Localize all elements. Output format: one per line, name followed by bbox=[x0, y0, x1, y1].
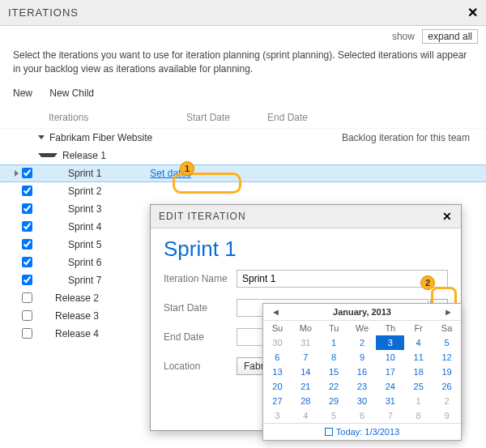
iteration-checkbox[interactable] bbox=[22, 275, 32, 285]
calendar-day[interactable]: 6 bbox=[263, 350, 292, 365]
next-month-icon[interactable]: ► bbox=[441, 307, 456, 317]
dialog-heading: Sprint 1 bbox=[164, 237, 448, 262]
iteration-checkbox[interactable] bbox=[22, 328, 32, 339]
iteration-checkbox[interactable] bbox=[22, 310, 32, 321]
calendar-day[interactable]: 17 bbox=[376, 365, 404, 379]
iteration-checkbox[interactable] bbox=[22, 257, 32, 267]
calendar-day[interactable]: 6 bbox=[348, 408, 377, 423]
panel-actions: New New Child bbox=[0, 86, 486, 107]
calendar-day[interactable]: 19 bbox=[433, 365, 461, 379]
calendar-day[interactable]: 27 bbox=[263, 394, 292, 408]
row-caret-icon bbox=[15, 170, 19, 177]
tree-label: Sprint 3 bbox=[37, 203, 101, 215]
iteration-checkbox[interactable] bbox=[22, 186, 32, 196]
calendar-day[interactable]: 9 bbox=[433, 408, 461, 423]
field-iteration-name: Iteration Name bbox=[164, 270, 448, 288]
iteration-checkbox[interactable] bbox=[22, 168, 32, 178]
prev-month-icon[interactable]: ◄ bbox=[268, 307, 284, 317]
tree-label: Sprint 6 bbox=[37, 257, 101, 268]
calendar-day[interactable]: 3 bbox=[263, 408, 292, 423]
backlog-note: Backlog iteration for this team bbox=[342, 132, 470, 143]
tree-row-root[interactable]: Fabrikam Fiber Website Backlog iteration… bbox=[0, 129, 486, 147]
expand-icon[interactable] bbox=[38, 135, 45, 139]
weekday-header: Fr bbox=[404, 321, 433, 335]
col-start: Start Date bbox=[186, 112, 267, 123]
calendar-day[interactable]: 21 bbox=[292, 379, 320, 394]
calendar-day[interactable]: 25 bbox=[404, 379, 433, 394]
calendar-day[interactable]: 11 bbox=[404, 350, 433, 365]
grid-header: Iterations Start Date End Date bbox=[0, 107, 486, 129]
calendar-day[interactable]: 2 bbox=[348, 335, 377, 350]
tree-row-sprint[interactable]: Sprint 1Set dates bbox=[0, 164, 486, 182]
calendar-day[interactable]: 1 bbox=[404, 394, 433, 408]
calendar-day[interactable]: 30 bbox=[263, 335, 292, 350]
show-link[interactable]: show bbox=[392, 31, 415, 42]
calendar-day[interactable]: 4 bbox=[404, 335, 433, 350]
close-icon[interactable]: ✕ bbox=[467, 5, 478, 20]
calendar-day[interactable]: 12 bbox=[433, 350, 461, 365]
weekday-header: Sa bbox=[433, 321, 461, 335]
annotation-badge-1: 1 bbox=[180, 161, 194, 176]
close-icon[interactable]: ✕ bbox=[442, 210, 453, 223]
iteration-checkbox[interactable] bbox=[22, 221, 32, 232]
iteration-checkbox[interactable] bbox=[22, 292, 32, 303]
calendar-day[interactable]: 30 bbox=[348, 394, 377, 408]
calendar-day[interactable]: 2 bbox=[433, 394, 461, 408]
new-button[interactable]: New bbox=[13, 87, 32, 99]
col-end: End Date bbox=[267, 112, 348, 123]
picker-today[interactable]: Today: 1/3/2013 bbox=[263, 423, 461, 440]
picker-header: ◄ January, 2013 ► bbox=[263, 304, 461, 321]
calendar-day[interactable]: 14 bbox=[292, 365, 320, 379]
panel-title: ITERATIONS bbox=[8, 6, 79, 19]
calendar-day[interactable]: 16 bbox=[348, 365, 377, 379]
calendar-day[interactable]: 31 bbox=[292, 335, 320, 350]
calendar-day[interactable]: 8 bbox=[320, 350, 348, 365]
iteration-checkbox[interactable] bbox=[22, 203, 32, 214]
weekday-header: Tu bbox=[320, 321, 348, 335]
tree-label: Sprint 4 bbox=[37, 221, 101, 233]
picker-month[interactable]: January, 2013 bbox=[333, 307, 391, 317]
calendar-day[interactable]: 20 bbox=[263, 379, 292, 394]
calendar-day[interactable]: 4 bbox=[292, 408, 320, 423]
calendar-day[interactable]: 3 bbox=[376, 335, 404, 350]
calendar-day[interactable]: 28 bbox=[292, 394, 320, 408]
calendar-day[interactable]: 15 bbox=[320, 365, 348, 379]
tree-label: Release 1 bbox=[62, 150, 106, 161]
panel-header: ITERATIONS ✕ bbox=[0, 0, 486, 26]
calendar-day[interactable]: 18 bbox=[404, 365, 433, 379]
calendar-day[interactable]: 7 bbox=[376, 408, 404, 423]
calendar-day[interactable]: 23 bbox=[348, 379, 377, 394]
panel-description: Select the iterations you want to use fo… bbox=[0, 42, 486, 86]
tree-label: Release 3 bbox=[37, 310, 99, 322]
annotation-badge-2: 2 bbox=[420, 275, 435, 290]
tree-label: Sprint 7 bbox=[37, 275, 101, 286]
calendar-day[interactable]: 24 bbox=[376, 379, 404, 394]
tree-row-sprint[interactable]: Sprint 2 bbox=[0, 182, 486, 200]
expand-icon[interactable] bbox=[38, 153, 58, 157]
calendar-day[interactable]: 5 bbox=[433, 335, 461, 350]
date-picker: ◄ January, 2013 ► SuMoTuWeThFrSa 3031123… bbox=[262, 303, 462, 441]
calendar-day[interactable]: 9 bbox=[348, 350, 377, 365]
calendar-day[interactable]: 22 bbox=[320, 379, 348, 394]
calendar-grid: SuMoTuWeThFrSa 3031123456789101112131415… bbox=[263, 321, 461, 423]
calendar-day[interactable]: 8 bbox=[404, 408, 433, 423]
tree-label: Sprint 5 bbox=[37, 239, 101, 250]
calendar-day[interactable]: 1 bbox=[320, 335, 348, 350]
calendar-day[interactable]: 31 bbox=[376, 394, 404, 408]
new-child-button[interactable]: New Child bbox=[49, 87, 94, 99]
tree-label: Fabrikam Fiber Website bbox=[49, 132, 152, 143]
annotation-ring-1 bbox=[173, 173, 241, 194]
calendar-day[interactable]: 5 bbox=[320, 408, 348, 423]
calendar-day[interactable]: 26 bbox=[433, 379, 461, 394]
calendar-day[interactable]: 13 bbox=[263, 365, 292, 379]
tree-label: Sprint 2 bbox=[37, 186, 101, 197]
expand-all-button[interactable]: expand all bbox=[422, 29, 478, 44]
iteration-name-input[interactable] bbox=[237, 270, 448, 288]
tree-row-release1[interactable]: Release 1 bbox=[0, 147, 486, 164]
calendar-day[interactable]: 10 bbox=[376, 350, 404, 365]
field-label: End Date bbox=[164, 331, 237, 343]
iteration-checkbox[interactable] bbox=[22, 239, 32, 250]
calendar-day[interactable]: 29 bbox=[320, 394, 348, 408]
calendar-day[interactable]: 7 bbox=[292, 350, 320, 365]
dialog-title: EDIT ITERATION bbox=[159, 211, 246, 222]
